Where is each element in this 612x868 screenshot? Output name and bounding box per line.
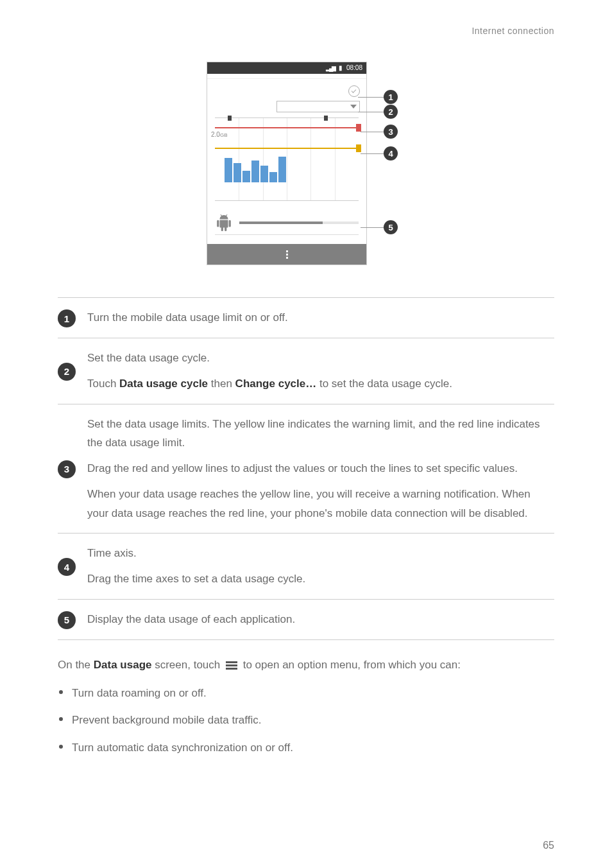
legend-text: Turn the mobile data usage limit on or o… <box>87 308 554 327</box>
y-axis-label: 2.0GB <box>211 131 227 138</box>
hamburger-menu-icon <box>226 660 237 671</box>
time-axis-handle-right[interactable] <box>324 116 328 121</box>
usage-bars <box>225 157 287 200</box>
page-section-header: Internet connection <box>58 26 554 36</box>
phone-mockup: 08:08 2.0GB <box>207 62 405 265</box>
legend-text: Set the data usage cycle. <box>87 349 554 368</box>
phone-status-bar: 08:08 <box>207 62 366 74</box>
app-usage-row[interactable] <box>207 209 366 234</box>
instruction-paragraph: On the Data usage screen, touch to open … <box>58 655 554 675</box>
overflow-menu-icon[interactable] <box>286 249 288 260</box>
page-number: 65 <box>543 840 554 851</box>
callout-badge-5: 5 <box>384 220 398 234</box>
legend-text: Drag the red and yellow lines to adjust … <box>87 459 554 478</box>
legend-row-2: 2 Set the data usage cycle. Touch Data u… <box>58 338 554 404</box>
chevron-down-icon <box>350 105 357 108</box>
time-axis-handle-left[interactable] <box>228 116 232 121</box>
limit-handle-red[interactable] <box>356 124 361 132</box>
callout-badge-2: 2 <box>384 105 398 119</box>
limit-toggle-icon[interactable] <box>348 85 360 97</box>
option-menu-bullets: Turn data roaming on or off. Prevent bac… <box>58 684 554 758</box>
legend-row-3: 3 Set the data usage limits. The yellow … <box>58 404 554 534</box>
data-usage-chart[interactable]: 2.0GB <box>215 117 359 201</box>
legend-text: Set the data usage limits. The yellow li… <box>87 415 554 453</box>
legend-badge-3: 3 <box>58 460 76 478</box>
signal-icon <box>326 64 337 71</box>
legend-text: Drag the time axes to set a data usage c… <box>87 569 554 589</box>
android-icon <box>215 214 233 232</box>
legend-text: Display the data usage of each applicati… <box>87 610 554 629</box>
legend-badge-1: 1 <box>58 309 76 327</box>
legend-text: Time axis. <box>87 544 554 563</box>
cycle-dropdown[interactable] <box>276 101 360 112</box>
legend-text: Touch Data usage cycle then Change cycle… <box>87 374 554 394</box>
bullet-item: Prevent background mobile data traffic. <box>58 711 554 731</box>
legend-row-5: 5 Display the data usage of each applica… <box>58 599 554 640</box>
app-usage-bar <box>239 221 359 224</box>
status-time: 08:08 <box>346 64 362 71</box>
callout-legend: 1 Turn the mobile data usage limit on or… <box>58 297 554 640</box>
callout-badge-3: 3 <box>384 125 398 139</box>
bullet-item: Turn data roaming on or off. <box>58 684 554 704</box>
legend-badge-4: 4 <box>58 558 76 576</box>
legend-row-4: 4 Time axis. Drag the time axes to set a… <box>58 533 554 599</box>
legend-badge-5: 5 <box>58 611 76 629</box>
warning-handle-yellow[interactable] <box>356 144 361 152</box>
bottom-menu-bar[interactable] <box>207 244 366 265</box>
callout-badge-1: 1 <box>384 90 398 104</box>
callout-badge-4: 4 <box>384 146 398 161</box>
battery-icon <box>339 64 344 71</box>
legend-badge-2: 2 <box>58 363 76 381</box>
warning-line-yellow[interactable] <box>215 148 359 149</box>
bullet-item: Turn automatic data synchronization on o… <box>58 738 554 758</box>
limit-line-red[interactable] <box>215 127 359 128</box>
legend-row-1: 1 Turn the mobile data usage limit on or… <box>58 297 554 338</box>
legend-text: When your data usage reaches the yellow … <box>87 485 554 523</box>
